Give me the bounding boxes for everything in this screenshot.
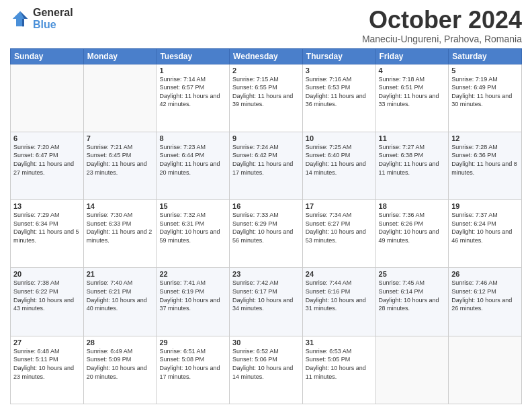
cell-w2-d2: 8Sunrise: 7:23 AM Sunset: 6:44 PM Daylig… — [157, 132, 230, 199]
logo: General Blue — [10, 7, 73, 30]
logo-text: General Blue — [33, 7, 73, 30]
day-info: Sunrise: 7:32 AM Sunset: 6:31 PM Dayligh… — [159, 211, 226, 244]
day-info: Sunrise: 7:23 AM Sunset: 6:44 PM Dayligh… — [159, 143, 226, 177]
cell-w5-d2: 29Sunrise: 6:51 AM Sunset: 5:08 PM Dayli… — [157, 336, 230, 404]
day-info: Sunrise: 7:27 AM Sunset: 6:38 PM Dayligh… — [379, 143, 446, 177]
cell-w5-d3: 30Sunrise: 6:52 AM Sunset: 5:06 PM Dayli… — [230, 336, 303, 404]
day-info: Sunrise: 6:52 AM Sunset: 5:06 PM Dayligh… — [232, 347, 300, 381]
cell-w5-d4: 31Sunrise: 6:53 AM Sunset: 5:05 PM Dayli… — [302, 336, 375, 404]
day-info: Sunrise: 6:53 AM Sunset: 5:05 PM Dayligh… — [306, 347, 373, 381]
day-info: Sunrise: 7:18 AM Sunset: 6:51 PM Dayligh… — [379, 75, 446, 109]
day-info: Sunrise: 7:28 AM Sunset: 6:36 PM Dayligh… — [451, 143, 519, 177]
day-number: 25 — [379, 270, 446, 278]
cell-w2-d3: 9Sunrise: 7:24 AM Sunset: 6:42 PM Daylig… — [230, 132, 303, 199]
month-title: October 2024 — [362, 7, 522, 34]
day-number: 16 — [232, 202, 300, 210]
cell-w1-d1 — [83, 64, 157, 132]
cell-w3-d0: 13Sunrise: 7:29 AM Sunset: 6:34 PM Dayli… — [11, 200, 84, 268]
cell-w3-d2: 15Sunrise: 7:32 AM Sunset: 6:31 PM Dayli… — [157, 200, 230, 268]
logo-icon — [10, 9, 30, 29]
day-info: Sunrise: 7:16 AM Sunset: 6:53 PM Dayligh… — [306, 75, 373, 109]
day-info: Sunrise: 7:34 AM Sunset: 6:27 PM Dayligh… — [306, 211, 373, 244]
day-info: Sunrise: 7:21 AM Sunset: 6:45 PM Dayligh… — [87, 143, 154, 177]
day-number: 1 — [159, 66, 226, 75]
cell-w4-d1: 21Sunrise: 7:40 AM Sunset: 6:21 PM Dayli… — [83, 268, 157, 336]
day-number: 13 — [13, 202, 81, 210]
day-info: Sunrise: 7:20 AM Sunset: 6:47 PM Dayligh… — [13, 143, 81, 177]
header: General Blue October 2024 Maneciu-Ungure… — [10, 7, 522, 44]
day-number: 24 — [306, 270, 373, 278]
cell-w3-d5: 18Sunrise: 7:36 AM Sunset: 6:26 PM Dayli… — [375, 200, 449, 268]
col-saturday: Saturday — [449, 48, 522, 64]
day-info: Sunrise: 7:14 AM Sunset: 6:57 PM Dayligh… — [159, 75, 226, 109]
day-info: Sunrise: 7:33 AM Sunset: 6:29 PM Dayligh… — [232, 211, 300, 244]
col-thursday: Thursday — [302, 48, 375, 64]
cell-w2-d6: 12Sunrise: 7:28 AM Sunset: 6:36 PM Dayli… — [449, 132, 522, 199]
week-row-3: 13Sunrise: 7:29 AM Sunset: 6:34 PM Dayli… — [11, 200, 522, 268]
day-number: 3 — [306, 66, 373, 75]
day-number: 28 — [87, 338, 154, 347]
day-number: 6 — [13, 134, 81, 142]
day-number: 19 — [451, 202, 519, 210]
cell-w4-d5: 25Sunrise: 7:45 AM Sunset: 6:14 PM Dayli… — [375, 268, 449, 336]
cell-w3-d3: 16Sunrise: 7:33 AM Sunset: 6:29 PM Dayli… — [230, 200, 303, 268]
cell-w4-d6: 26Sunrise: 7:46 AM Sunset: 6:12 PM Dayli… — [449, 268, 522, 336]
page: General Blue October 2024 Maneciu-Ungure… — [0, 0, 532, 411]
week-row-4: 20Sunrise: 7:38 AM Sunset: 6:22 PM Dayli… — [11, 268, 522, 336]
cell-w4-d0: 20Sunrise: 7:38 AM Sunset: 6:22 PM Dayli… — [11, 268, 84, 336]
cell-w5-d6 — [449, 336, 522, 404]
day-number: 11 — [379, 134, 446, 142]
cell-w2-d4: 10Sunrise: 7:25 AM Sunset: 6:40 PM Dayli… — [302, 132, 375, 199]
cell-w3-d6: 19Sunrise: 7:37 AM Sunset: 6:24 PM Dayli… — [449, 200, 522, 268]
day-info: Sunrise: 7:38 AM Sunset: 6:22 PM Dayligh… — [13, 279, 81, 312]
day-number: 12 — [451, 134, 519, 142]
cell-w2-d1: 7Sunrise: 7:21 AM Sunset: 6:45 PM Daylig… — [83, 132, 157, 199]
day-number: 15 — [159, 202, 226, 210]
cell-w3-d1: 14Sunrise: 7:30 AM Sunset: 6:33 PM Dayli… — [83, 200, 157, 268]
calendar-header-row: Sunday Monday Tuesday Wednesday Thursday… — [11, 48, 522, 64]
cell-w5-d1: 28Sunrise: 6:49 AM Sunset: 5:09 PM Dayli… — [83, 336, 157, 404]
day-info: Sunrise: 7:37 AM Sunset: 6:24 PM Dayligh… — [451, 211, 519, 244]
day-info: Sunrise: 7:19 AM Sunset: 6:49 PM Dayligh… — [451, 75, 519, 109]
day-number: 7 — [87, 134, 154, 142]
day-info: Sunrise: 7:41 AM Sunset: 6:19 PM Dayligh… — [159, 279, 226, 312]
day-number: 30 — [232, 338, 300, 347]
cell-w1-d2: 1Sunrise: 7:14 AM Sunset: 6:57 PM Daylig… — [157, 64, 230, 132]
cell-w1-d3: 2Sunrise: 7:15 AM Sunset: 6:55 PM Daylig… — [230, 64, 303, 132]
week-row-2: 6Sunrise: 7:20 AM Sunset: 6:47 PM Daylig… — [11, 132, 522, 199]
logo-blue: Blue — [33, 19, 73, 31]
day-number: 23 — [232, 270, 300, 278]
day-info: Sunrise: 6:51 AM Sunset: 5:08 PM Dayligh… — [159, 347, 226, 381]
location-subtitle: Maneciu-Ungureni, Prahova, Romania — [362, 34, 522, 44]
day-info: Sunrise: 7:29 AM Sunset: 6:34 PM Dayligh… — [13, 211, 81, 244]
day-number: 22 — [159, 270, 226, 278]
cell-w1-d6: 5Sunrise: 7:19 AM Sunset: 6:49 PM Daylig… — [449, 64, 522, 132]
day-info: Sunrise: 6:48 AM Sunset: 5:11 PM Dayligh… — [13, 347, 81, 381]
col-wednesday: Wednesday — [230, 48, 303, 64]
day-info: Sunrise: 7:44 AM Sunset: 6:16 PM Dayligh… — [306, 279, 373, 312]
day-info: Sunrise: 7:36 AM Sunset: 6:26 PM Dayligh… — [379, 211, 446, 244]
day-number: 17 — [306, 202, 373, 210]
day-info: Sunrise: 7:46 AM Sunset: 6:12 PM Dayligh… — [451, 279, 519, 312]
day-info: Sunrise: 7:25 AM Sunset: 6:40 PM Dayligh… — [306, 143, 373, 177]
day-number: 14 — [87, 202, 154, 210]
calendar-table: Sunday Monday Tuesday Wednesday Thursday… — [10, 48, 522, 404]
cell-w1-d5: 4Sunrise: 7:18 AM Sunset: 6:51 PM Daylig… — [375, 64, 449, 132]
day-number: 8 — [159, 134, 226, 142]
day-number: 4 — [379, 66, 446, 75]
day-info: Sunrise: 7:45 AM Sunset: 6:14 PM Dayligh… — [379, 279, 446, 312]
day-number: 10 — [306, 134, 373, 142]
day-number: 27 — [13, 338, 81, 347]
cell-w2-d0: 6Sunrise: 7:20 AM Sunset: 6:47 PM Daylig… — [11, 132, 84, 199]
day-number: 29 — [159, 338, 226, 347]
day-number: 20 — [13, 270, 81, 278]
day-number: 21 — [87, 270, 154, 278]
week-row-1: 1Sunrise: 7:14 AM Sunset: 6:57 PM Daylig… — [11, 64, 522, 132]
cell-w1-d0 — [11, 64, 84, 132]
day-number: 18 — [379, 202, 446, 210]
day-info: Sunrise: 7:40 AM Sunset: 6:21 PM Dayligh… — [87, 279, 154, 312]
cell-w5-d0: 27Sunrise: 6:48 AM Sunset: 5:11 PM Dayli… — [11, 336, 84, 404]
col-friday: Friday — [375, 48, 449, 64]
day-info: Sunrise: 7:30 AM Sunset: 6:33 PM Dayligh… — [87, 211, 154, 244]
title-block: October 2024 Maneciu-Ungureni, Prahova, … — [362, 7, 522, 44]
